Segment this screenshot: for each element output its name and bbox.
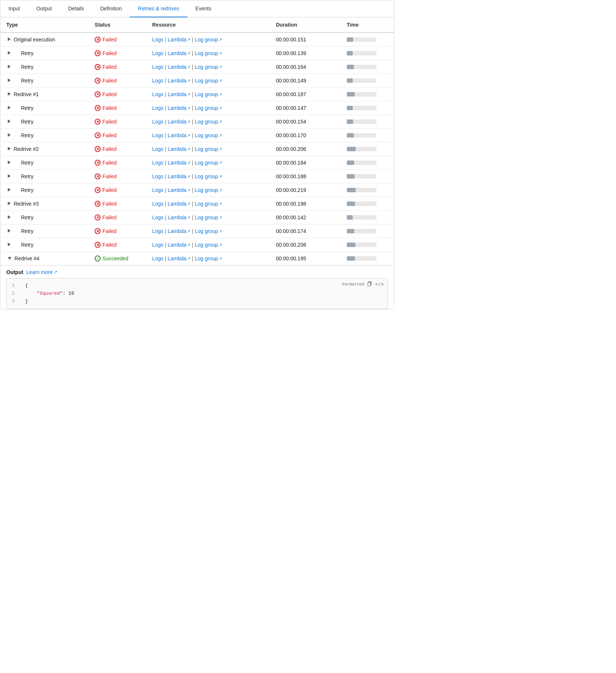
lambda-link[interactable]: Lambda ↗ [168, 132, 191, 138]
cell-duration: 00:00:00.187 [270, 88, 341, 101]
cell-resource: Logs|Lambda ↗|Log group ↗ [146, 47, 270, 60]
logs-link[interactable]: Logs [152, 105, 163, 111]
logs-link[interactable]: Logs [152, 64, 163, 70]
log-group-link[interactable]: Log group ↗ [195, 201, 222, 207]
external-icon: ↗ [219, 106, 222, 111]
tab-retries[interactable]: Retries & redrives [130, 0, 187, 17]
separator: | [192, 105, 193, 111]
log-group-link[interactable]: Log group ↗ [195, 64, 222, 70]
external-icon: ↗ [187, 215, 190, 220]
lambda-link[interactable]: Lambda ↗ [168, 91, 191, 97]
lambda-link[interactable]: Lambda ↗ [168, 228, 191, 234]
logs-link[interactable]: Logs [152, 50, 163, 56]
log-group-link[interactable]: Log group ↗ [195, 91, 222, 97]
logs-link[interactable]: Logs [152, 37, 163, 43]
log-group-link[interactable]: Log group ↗ [195, 160, 222, 166]
expand-button[interactable] [6, 119, 12, 125]
log-group-link[interactable]: Log group ↗ [195, 132, 222, 138]
cell-duration: 00:00:00.164 [270, 60, 341, 74]
expand-button[interactable] [6, 64, 12, 70]
logs-link[interactable]: Logs [152, 256, 163, 261]
expand-button[interactable] [6, 105, 12, 111]
logs-link[interactable]: Logs [152, 242, 163, 248]
cell-time [341, 224, 394, 238]
logs-link[interactable]: Logs [152, 228, 163, 234]
logs-link[interactable]: Logs [152, 132, 163, 138]
expand-button[interactable] [6, 214, 12, 220]
lambda-link[interactable]: Lambda ↗ [168, 146, 191, 152]
log-group-link[interactable]: Log group ↗ [195, 105, 222, 111]
expand-button[interactable] [6, 242, 12, 248]
lambda-link[interactable]: Lambda ↗ [168, 64, 191, 70]
lambda-link[interactable]: Lambda ↗ [168, 37, 191, 43]
log-group-link[interactable]: Log group ↗ [195, 242, 222, 248]
failed-icon: ✕ [95, 91, 101, 97]
log-group-link[interactable]: Log group ↗ [195, 187, 222, 193]
lambda-link[interactable]: Lambda ↗ [168, 256, 191, 261]
external-icon: ↗ [187, 133, 190, 138]
external-icon: ↗ [219, 229, 222, 234]
log-group-link[interactable]: Log group ↗ [195, 78, 222, 84]
log-group-link[interactable]: Log group ↗ [195, 214, 222, 220]
expand-button[interactable] [6, 256, 13, 261]
logs-link[interactable]: Logs [152, 214, 163, 220]
tab-input[interactable]: Input [0, 0, 28, 17]
expand-button[interactable] [6, 91, 12, 97]
failed-icon: ✕ [95, 187, 101, 193]
expand-button[interactable] [6, 146, 12, 152]
log-group-link[interactable]: Log group ↗ [195, 37, 222, 43]
tab-definition[interactable]: Definition [92, 0, 130, 17]
expand-button[interactable] [6, 78, 12, 84]
lambda-link[interactable]: Lambda ↗ [168, 105, 191, 111]
external-icon: ↗ [219, 147, 222, 152]
copy-icon[interactable]: 🗍 [367, 281, 372, 287]
expand-button[interactable] [6, 201, 12, 207]
log-group-link[interactable]: Log group ↗ [195, 228, 222, 234]
log-group-link[interactable]: Log group ↗ [195, 173, 222, 179]
expand-button[interactable] [6, 160, 12, 166]
external-icon: ↗ [219, 160, 222, 165]
lambda-link[interactable]: Lambda ↗ [168, 214, 191, 220]
logs-link[interactable]: Logs [152, 160, 163, 166]
table-row: Redrive #2✕FailedLogs|Lambda ↗|Log group… [0, 142, 394, 156]
code-icon[interactable]: </> [375, 282, 384, 287]
tab-events[interactable]: Events [187, 0, 220, 17]
logs-link[interactable]: Logs [152, 173, 163, 179]
log-group-link[interactable]: Log group ↗ [195, 256, 222, 261]
separator: | [192, 256, 193, 261]
logs-link[interactable]: Logs [152, 119, 163, 125]
expand-button[interactable] [6, 187, 12, 193]
expand-button[interactable] [6, 37, 12, 43]
logs-link[interactable]: Logs [152, 91, 163, 97]
expand-button[interactable] [6, 228, 12, 234]
cell-duration: 00:00:00.184 [270, 156, 341, 170]
lambda-link[interactable]: Lambda ↗ [168, 173, 191, 179]
lambda-link[interactable]: Lambda ↗ [168, 242, 191, 248]
lambda-link[interactable]: Lambda ↗ [168, 160, 191, 166]
expand-button[interactable] [6, 132, 12, 138]
cell-status: ✕Failed [89, 101, 146, 115]
lambda-link[interactable]: Lambda ↗ [168, 119, 191, 125]
lambda-link[interactable]: Lambda ↗ [168, 201, 191, 207]
learn-more-link[interactable]: Learn more ↗ [26, 269, 58, 275]
log-group-link[interactable]: Log group ↗ [195, 146, 222, 152]
tab-details[interactable]: Details [60, 0, 92, 17]
lambda-link[interactable]: Lambda ↗ [168, 50, 191, 56]
logs-link[interactable]: Logs [152, 146, 163, 152]
expand-button[interactable] [6, 173, 12, 179]
logs-link[interactable]: Logs [152, 187, 163, 193]
logs-link[interactable]: Logs [152, 201, 163, 207]
tab-output[interactable]: Output [28, 0, 60, 17]
lambda-link[interactable]: Lambda ↗ [168, 78, 191, 84]
log-group-link[interactable]: Log group ↗ [195, 119, 222, 125]
cell-status: ✕Failed [89, 74, 146, 88]
log-group-link[interactable]: Log group ↗ [195, 50, 222, 56]
time-bar [347, 243, 376, 247]
table-row: Retry✕FailedLogs|Lambda ↗|Log group ↗00:… [0, 47, 394, 60]
expand-button[interactable] [6, 50, 12, 56]
failed-icon: ✕ [95, 105, 101, 111]
executions-table: Type Status Resource Duration Time Origi… [0, 17, 394, 265]
logs-link[interactable]: Logs [152, 78, 163, 84]
code-line-3: 3 } [12, 298, 382, 305]
lambda-link[interactable]: Lambda ↗ [168, 187, 191, 193]
